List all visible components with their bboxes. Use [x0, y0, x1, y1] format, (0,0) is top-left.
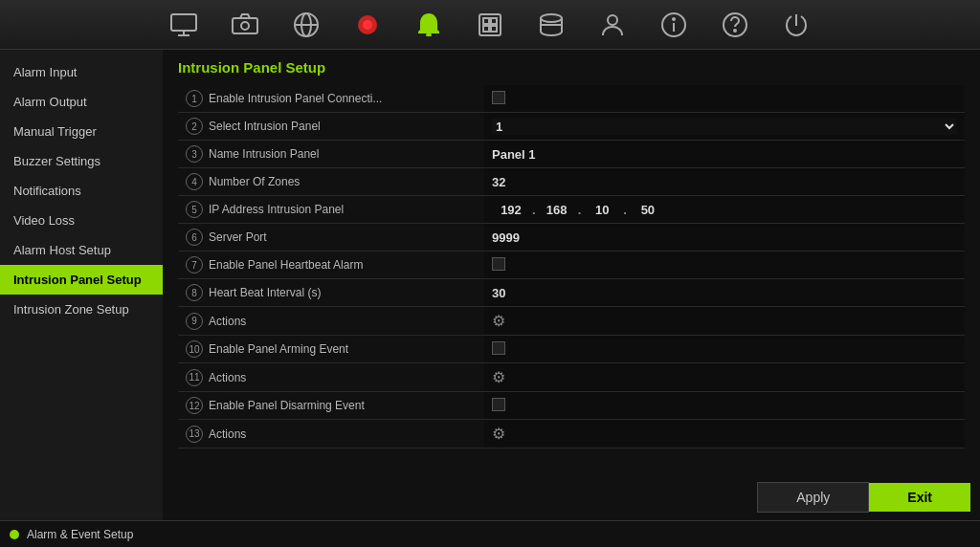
svg-rect-13 [491, 18, 497, 24]
row-label: 11 Actions [186, 369, 477, 386]
row-label: 13 Actions [186, 426, 477, 443]
actions-gear-icon-9[interactable]: ⚙ [492, 313, 505, 329]
actions-gear-icon-11[interactable]: ⚙ [492, 369, 505, 385]
table-row: 2 Select Intrusion Panel 1 2 3 4 [178, 113, 965, 141]
network-icon[interactable] [289, 8, 323, 42]
row-label: 4 Number Of Zones [186, 173, 477, 190]
row-number: 1 [186, 90, 203, 107]
ip-part-1[interactable] [492, 203, 530, 217]
name-intrusion-panel-input[interactable] [492, 147, 957, 162]
row-label: 7 Enable Panel Heartbeat Alarm [186, 256, 477, 274]
row-label: 10 Enable Panel Arming Event [186, 340, 477, 358]
heartbeat-interval-input[interactable] [492, 286, 957, 300]
main-layout: Alarm Input Alarm Output Manual Trigger … [0, 50, 980, 520]
table-row: 9 Actions ⚙ [178, 307, 965, 336]
enable-intrusion-panel-checkbox[interactable] [492, 91, 505, 104]
row-number: 5 [186, 201, 203, 218]
row-label: 1 Enable Intrusion Panel Connecti... [186, 90, 477, 107]
row-number: 7 [186, 256, 203, 274]
help-icon[interactable] [718, 8, 752, 42]
row-text: Number Of Zones [209, 175, 300, 188]
sidebar-item-manual-trigger[interactable]: Manual Trigger [0, 117, 163, 146]
row-label: 8 Heart Beat Interval (s) [186, 284, 477, 301]
select-intrusion-panel-dropdown[interactable]: 1 2 3 4 [492, 119, 957, 135]
row-text: Name Intrusion Panel [209, 147, 319, 161]
row-label: 6 Server Port [186, 229, 477, 246]
row-text: Select Intrusion Panel [209, 120, 321, 133]
row-text: Enable Intrusion Panel Connecti... [209, 92, 382, 105]
table-row: 5 IP Address Intrusion Panel . . [178, 196, 965, 224]
sidebar-item-alarm-output[interactable]: Alarm Output [0, 87, 163, 117]
row-number: 8 [186, 284, 203, 301]
row-label: 2 Select Intrusion Panel [186, 118, 477, 135]
row-number: 12 [186, 397, 203, 414]
table-row: 11 Actions ⚙ [178, 363, 965, 392]
table-row: 13 Actions ⚙ [178, 420, 965, 449]
sidebar-item-intrusion-zone-setup[interactable]: Intrusion Zone Setup [0, 295, 163, 324]
svg-point-21 [673, 18, 675, 20]
ip-part-3[interactable] [583, 203, 621, 217]
number-of-zones-input[interactable] [492, 175, 957, 189]
enable-heartbeat-checkbox[interactable] [492, 257, 505, 271]
sidebar-item-intrusion-panel-setup[interactable]: Intrusion Panel Setup [0, 265, 163, 295]
table-row: 7 Enable Panel Heartbeat Alarm [178, 252, 965, 279]
table-row: 8 Heart Beat Interval (s) [178, 279, 965, 307]
row-text: Actions [209, 371, 246, 384]
enable-arming-event-checkbox[interactable] [492, 341, 505, 355]
table-row: 10 Enable Panel Arming Event [178, 336, 965, 363]
device-icon[interactable] [473, 8, 507, 42]
svg-point-23 [734, 30, 736, 32]
apply-button[interactable]: Apply [757, 482, 869, 513]
server-port-input[interactable] [492, 230, 957, 245]
row-number: 9 [186, 313, 203, 330]
info-icon[interactable] [657, 8, 691, 42]
status-bar: Alarm & Event Setup [0, 520, 980, 547]
row-text: Enable Panel Disarming Event [209, 399, 365, 412]
svg-rect-14 [483, 26, 489, 32]
row-text: Actions [209, 427, 246, 441]
sidebar-item-alarm-input[interactable]: Alarm Input [0, 57, 163, 87]
power-icon[interactable] [779, 8, 813, 42]
svg-rect-0 [171, 14, 196, 31]
settings-table: 1 Enable Intrusion Panel Connecti... 2 S… [178, 85, 965, 449]
row-text: Enable Panel Arming Event [209, 342, 348, 356]
actions-gear-icon-13[interactable]: ⚙ [492, 426, 505, 442]
row-label: 9 Actions [186, 313, 477, 330]
row-number: 10 [186, 340, 203, 358]
row-number: 3 [186, 145, 203, 163]
storage-icon[interactable] [534, 8, 568, 42]
row-number: 13 [186, 426, 203, 443]
row-text: Heart Beat Interval (s) [209, 286, 321, 299]
ip-part-2[interactable] [538, 203, 576, 217]
table-row: 12 Enable Panel Disarming Event [178, 392, 965, 420]
svg-point-9 [363, 20, 372, 30]
display-icon[interactable] [167, 8, 201, 42]
svg-point-18 [608, 15, 617, 25]
sidebar: Alarm Input Alarm Output Manual Trigger … [0, 50, 163, 520]
ip-part-4[interactable] [629, 203, 667, 217]
svg-rect-12 [483, 18, 489, 24]
sidebar-item-video-loss[interactable]: Video Loss [0, 206, 163, 235]
row-text: IP Address Intrusion Panel [209, 203, 344, 216]
row-text: Actions [209, 315, 246, 328]
row-text: Enable Panel Heartbeat Alarm [209, 258, 363, 272]
exit-button[interactable]: Exit [869, 483, 970, 512]
svg-rect-15 [491, 26, 497, 32]
enable-disarming-event-checkbox[interactable] [492, 398, 505, 411]
sidebar-item-alarm-host-setup[interactable]: Alarm Host Setup [0, 235, 163, 265]
table-row: 1 Enable Intrusion Panel Connecti... [178, 85, 965, 113]
ip-address-field: . . . [492, 203, 957, 217]
sidebar-item-buzzer-settings[interactable]: Buzzer Settings [0, 146, 163, 176]
sidebar-item-notifications[interactable]: Notifications [0, 176, 163, 206]
svg-rect-3 [233, 18, 257, 33]
alarm-icon[interactable] [412, 8, 446, 42]
record-icon[interactable] [350, 8, 385, 42]
page-title: Intrusion Panel Setup [178, 59, 965, 76]
account-icon[interactable] [595, 8, 630, 42]
camera-icon[interactable] [228, 8, 262, 42]
status-dot [10, 530, 19, 539]
table-row: 4 Number Of Zones [178, 168, 965, 196]
row-label: 12 Enable Panel Disarming Event [186, 397, 477, 414]
row-number: 4 [186, 173, 203, 190]
table-row: 3 Name Intrusion Panel [178, 141, 965, 168]
